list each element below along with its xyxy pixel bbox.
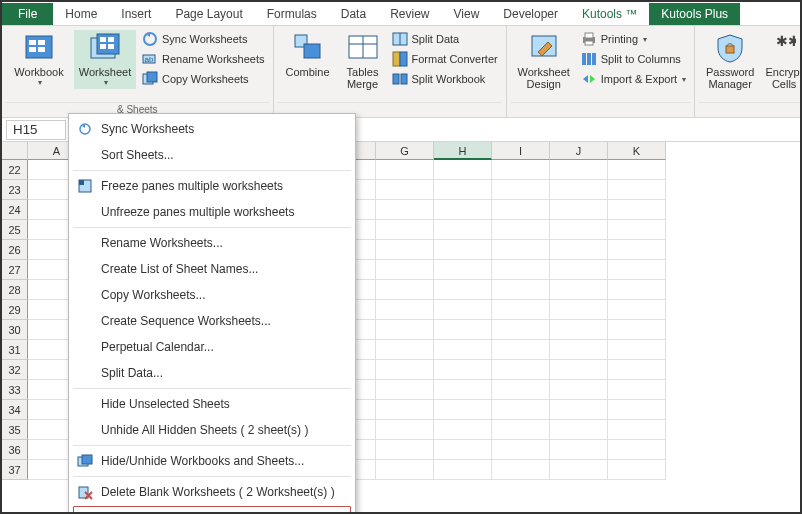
encrypt-cells-button[interactable]: ✱✱ Encrypt Cells (763, 30, 802, 92)
cell-I30[interactable] (492, 320, 550, 340)
cell-H25[interactable] (434, 220, 492, 240)
column-header-G[interactable]: G (376, 142, 434, 160)
tab-data[interactable]: Data (329, 3, 378, 25)
cell-H27[interactable] (434, 260, 492, 280)
cell-G35[interactable] (376, 420, 434, 440)
tables-merge-button[interactable]: Tables Merge (340, 30, 386, 92)
row-header-29[interactable]: 29 (2, 300, 28, 320)
tab-page-layout[interactable]: Page Layout (163, 3, 254, 25)
cell-G31[interactable] (376, 340, 434, 360)
cell-J33[interactable] (550, 380, 608, 400)
combine-button[interactable]: Combine (280, 30, 336, 80)
row-header-25[interactable]: 25 (2, 220, 28, 240)
cell-I27[interactable] (492, 260, 550, 280)
menu-copy-worksheets[interactable]: Copy Worksheets... (69, 282, 355, 308)
cell-H28[interactable] (434, 280, 492, 300)
menu-create-sequence-worksheets[interactable]: Create Sequence Worksheets... (69, 308, 355, 334)
row-header-36[interactable]: 36 (2, 440, 28, 460)
row-header-32[interactable]: 32 (2, 360, 28, 380)
cell-J35[interactable] (550, 420, 608, 440)
row-header-34[interactable]: 34 (2, 400, 28, 420)
cell-J26[interactable] (550, 240, 608, 260)
cell-H23[interactable] (434, 180, 492, 200)
cell-K31[interactable] (608, 340, 666, 360)
row-header-24[interactable]: 24 (2, 200, 28, 220)
cell-I35[interactable] (492, 420, 550, 440)
row-header-35[interactable]: 35 (2, 420, 28, 440)
cell-J22[interactable] (550, 160, 608, 180)
cell-K33[interactable] (608, 380, 666, 400)
cell-J32[interactable] (550, 360, 608, 380)
cell-I31[interactable] (492, 340, 550, 360)
tab-kutools[interactable]: Kutools ™ (570, 3, 649, 25)
menu-sync-worksheets[interactable]: Sync Worksheets (69, 116, 355, 142)
cell-K24[interactable] (608, 200, 666, 220)
sync-worksheets-button[interactable]: Sync Worksheets (140, 30, 267, 48)
tab-formulas[interactable]: Formulas (255, 3, 329, 25)
cell-H31[interactable] (434, 340, 492, 360)
cell-H36[interactable] (434, 440, 492, 460)
cell-H24[interactable] (434, 200, 492, 220)
menu-hide-unhide-workbooks[interactable]: Hide/Unhide Workbooks and Sheets... (69, 448, 355, 474)
cell-H37[interactable] (434, 460, 492, 480)
row-header-23[interactable]: 23 (2, 180, 28, 200)
split-workbook-button[interactable]: Split Workbook (390, 70, 500, 88)
cell-K34[interactable] (608, 400, 666, 420)
menu-sort-sheets[interactable]: Sort Sheets... (69, 142, 355, 168)
column-header-H[interactable]: H (434, 142, 492, 160)
menu-rename-worksheets[interactable]: Rename Worksheets... (69, 230, 355, 256)
import-export-button[interactable]: Import & Export▾ (579, 70, 688, 88)
cell-G33[interactable] (376, 380, 434, 400)
tab-insert[interactable]: Insert (109, 3, 163, 25)
cell-I36[interactable] (492, 440, 550, 460)
menu-hide-unselected-sheets[interactable]: Hide Unselected Sheets (69, 391, 355, 417)
cell-G28[interactable] (376, 280, 434, 300)
cell-I28[interactable] (492, 280, 550, 300)
tab-file[interactable]: File (2, 3, 53, 25)
menu-unfreeze-panes[interactable]: Unfreeze panes multiple worksheets (69, 199, 355, 225)
cell-K23[interactable] (608, 180, 666, 200)
cell-G23[interactable] (376, 180, 434, 200)
cell-K36[interactable] (608, 440, 666, 460)
menu-unhide-all-hidden-sheets[interactable]: Unhide All Hidden Sheets ( 2 sheet(s) ) (69, 417, 355, 443)
name-box[interactable] (6, 120, 66, 140)
cell-J36[interactable] (550, 440, 608, 460)
worksheet-design-button[interactable]: Worksheet Design (513, 30, 575, 92)
cell-H35[interactable] (434, 420, 492, 440)
cell-K26[interactable] (608, 240, 666, 260)
cell-G30[interactable] (376, 320, 434, 340)
cell-I23[interactable] (492, 180, 550, 200)
cell-I22[interactable] (492, 160, 550, 180)
split-to-columns-button[interactable]: Split to Columns (579, 50, 688, 68)
tab-home[interactable]: Home (53, 3, 109, 25)
cell-G22[interactable] (376, 160, 434, 180)
cell-H26[interactable] (434, 240, 492, 260)
cell-I25[interactable] (492, 220, 550, 240)
cell-I32[interactable] (492, 360, 550, 380)
cell-J31[interactable] (550, 340, 608, 360)
cell-G36[interactable] (376, 440, 434, 460)
tab-kutools-plus[interactable]: Kutools Plus (649, 3, 740, 25)
cell-I37[interactable] (492, 460, 550, 480)
cell-G29[interactable] (376, 300, 434, 320)
format-converter-button[interactable]: Format Converter (390, 50, 500, 68)
cell-H33[interactable] (434, 380, 492, 400)
split-data-button[interactable]: Split Data (390, 30, 500, 48)
cell-H32[interactable] (434, 360, 492, 380)
worksheet-button[interactable]: Worksheet▾ (74, 30, 136, 89)
cell-J25[interactable] (550, 220, 608, 240)
column-header-K[interactable]: K (608, 142, 666, 160)
cell-K37[interactable] (608, 460, 666, 480)
cell-H34[interactable] (434, 400, 492, 420)
row-header-31[interactable]: 31 (2, 340, 28, 360)
cell-H29[interactable] (434, 300, 492, 320)
cell-I29[interactable] (492, 300, 550, 320)
cell-G32[interactable] (376, 360, 434, 380)
cell-H30[interactable] (434, 320, 492, 340)
cell-K28[interactable] (608, 280, 666, 300)
cell-G25[interactable] (376, 220, 434, 240)
cell-J28[interactable] (550, 280, 608, 300)
cell-J23[interactable] (550, 180, 608, 200)
cell-J27[interactable] (550, 260, 608, 280)
cell-G37[interactable] (376, 460, 434, 480)
